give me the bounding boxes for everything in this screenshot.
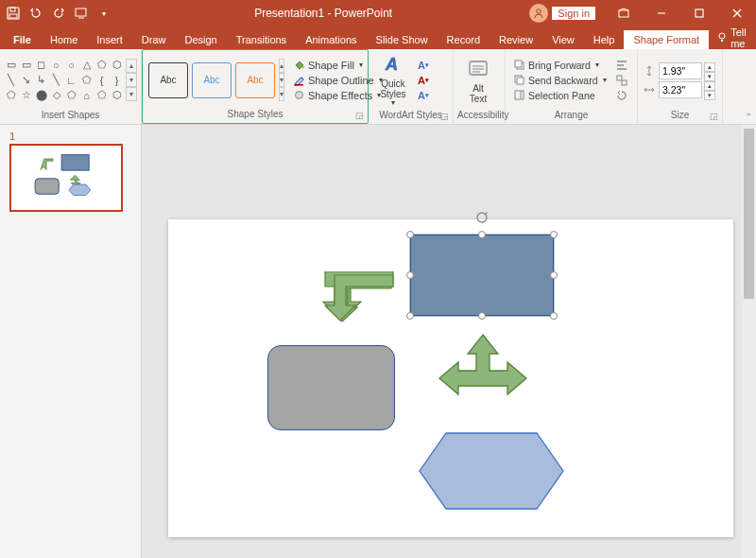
resize-handle-ne[interactable] xyxy=(550,231,558,238)
slide-thumbnail-1[interactable] xyxy=(9,144,123,212)
shape-elbow-arrow-overlay xyxy=(308,271,398,323)
svg-rect-18 xyxy=(515,61,522,67)
svg-rect-5 xyxy=(619,10,628,17)
tab-record[interactable]: Record xyxy=(438,30,490,49)
resize-handle-nw[interactable] xyxy=(406,231,414,238)
resize-handle-w[interactable] xyxy=(406,271,414,279)
svg-point-12 xyxy=(301,66,304,69)
tab-slideshow[interactable]: Slide Show xyxy=(367,30,438,49)
text-effects-button[interactable]: A▾ xyxy=(416,89,431,102)
minimize-button[interactable] xyxy=(643,0,680,26)
align-button[interactable] xyxy=(613,58,630,73)
scroll-thumb[interactable] xyxy=(744,129,754,299)
shape-style-preset-2[interactable]: Abc xyxy=(192,62,232,98)
shape-style-preset-3[interactable]: Abc xyxy=(235,62,275,98)
shape-gallery[interactable]: ▭▭◻○○△⬠⬡ ╲↘↳╲∟⬠{} ⬠☆⬤◇⬠⌂⬠⬡ xyxy=(4,58,124,102)
resize-handle-e[interactable] xyxy=(550,271,558,279)
close-button[interactable] xyxy=(718,0,756,26)
svg-marker-26 xyxy=(69,184,91,196)
height-icon xyxy=(642,63,657,78)
svg-point-14 xyxy=(295,92,302,99)
svg-rect-20 xyxy=(517,78,524,84)
start-from-beginning-icon[interactable] xyxy=(74,6,89,21)
group-wordart: WordArt Styles xyxy=(379,110,442,120)
save-icon[interactable] xyxy=(6,6,21,21)
style-more-icon[interactable]: ▾ xyxy=(279,87,284,101)
tab-transitions[interactable]: Transitions xyxy=(227,30,296,49)
ribbon-display-options-icon[interactable] xyxy=(605,0,643,26)
app-title: Presentation1 - PowerPoint xyxy=(117,7,529,20)
selection-pane-button[interactable]: Selection Pane xyxy=(509,88,610,103)
svg-rect-2 xyxy=(10,8,15,11)
shape-hexagon[interactable] xyxy=(416,429,567,513)
width-up-icon[interactable]: ▴ xyxy=(704,81,715,91)
shape-left-right-up-arrow[interactable] xyxy=(436,331,530,426)
tab-help[interactable]: Help xyxy=(584,30,625,49)
group-button[interactable] xyxy=(613,73,630,88)
user-avatar-icon[interactable] xyxy=(529,4,548,23)
width-icon xyxy=(642,82,657,97)
collapse-ribbon-icon[interactable]: ⌃ xyxy=(745,112,752,122)
svg-rect-25 xyxy=(35,179,59,194)
shape-height-input[interactable] xyxy=(659,62,702,79)
gallery-more-icon[interactable]: ▾ xyxy=(126,87,137,101)
width-down-icon[interactable]: ▾ xyxy=(704,91,715,100)
style-scroll-up-icon[interactable]: ▴ xyxy=(279,59,284,73)
height-down-icon[interactable]: ▾ xyxy=(704,72,715,81)
tell-me-button[interactable]: Tell me xyxy=(709,26,754,49)
resize-handle-s[interactable] xyxy=(478,312,486,320)
undo-icon[interactable] xyxy=(28,6,43,21)
tab-animations[interactable]: Animations xyxy=(296,30,366,49)
text-outline-button[interactable]: A▾ xyxy=(416,74,431,87)
vertical-scrollbar[interactable] xyxy=(742,125,756,558)
svg-marker-28 xyxy=(420,433,563,509)
slide-canvas[interactable] xyxy=(168,219,733,537)
group-insert-shapes: Insert Shapes xyxy=(4,109,137,124)
shape-style-preset-1[interactable]: Abc xyxy=(148,62,188,98)
resize-handle-sw[interactable] xyxy=(406,312,414,320)
resize-handle-se[interactable] xyxy=(550,312,558,320)
tab-home[interactable]: Home xyxy=(41,30,87,49)
resize-handle-n[interactable] xyxy=(478,231,486,238)
quick-styles-button[interactable]: A Quick Styles▾ xyxy=(372,52,414,108)
tab-draw[interactable]: Draw xyxy=(132,30,176,49)
maximize-button[interactable] xyxy=(680,0,718,26)
send-backward-button[interactable]: Send Backward▾ xyxy=(509,73,610,88)
size-launcher-icon[interactable]: ◲ xyxy=(710,110,718,123)
alt-text-button[interactable]: Alt Text xyxy=(457,57,499,104)
text-fill-button[interactable]: A▾ xyxy=(416,59,431,72)
tab-view[interactable]: View xyxy=(542,30,584,49)
shape-rounded-rectangle[interactable] xyxy=(267,345,395,430)
gallery-scroll-down-icon[interactable]: ▾ xyxy=(126,73,137,87)
selected-shape-rectangle[interactable] xyxy=(409,234,555,317)
shape-width-input[interactable] xyxy=(659,81,702,98)
tab-shape-format[interactable]: Shape Format xyxy=(624,30,709,49)
sign-in-button[interactable]: Sign in xyxy=(552,7,595,20)
group-shape-styles: Shape Styles xyxy=(228,109,284,119)
svg-rect-22 xyxy=(617,76,622,80)
shape-styles-launcher-icon[interactable]: ◲ xyxy=(355,109,364,122)
tab-design[interactable]: Design xyxy=(175,30,226,49)
pencil-icon xyxy=(292,74,305,87)
redo-icon[interactable] xyxy=(51,6,66,21)
svg-rect-1 xyxy=(9,14,17,18)
svg-text:A: A xyxy=(385,55,398,74)
selection-pane-icon xyxy=(512,89,525,102)
wordart-launcher-icon[interactable]: ◲ xyxy=(440,110,449,123)
tab-file[interactable]: File xyxy=(4,30,41,49)
rotate-button[interactable] xyxy=(613,88,630,103)
slide-thumbnails-pane[interactable]: 1 xyxy=(0,125,142,558)
group-accessibility: Accessibility xyxy=(457,109,501,124)
tab-insert[interactable]: Insert xyxy=(87,30,132,49)
style-scroll-down-icon[interactable]: ▾ xyxy=(279,73,284,87)
gallery-scroll-up-icon[interactable]: ▴ xyxy=(126,59,137,73)
bring-forward-button[interactable]: Bring Forward▾ xyxy=(509,58,610,73)
send-backward-icon xyxy=(512,74,525,87)
svg-rect-7 xyxy=(696,9,703,17)
tab-review[interactable]: Review xyxy=(490,30,542,49)
slide-editor[interactable] xyxy=(142,125,756,558)
qat-customize-icon[interactable]: ▾ xyxy=(96,6,112,21)
svg-rect-21 xyxy=(515,91,524,99)
height-up-icon[interactable]: ▴ xyxy=(704,62,715,72)
rotate-handle-icon[interactable] xyxy=(474,210,490,227)
